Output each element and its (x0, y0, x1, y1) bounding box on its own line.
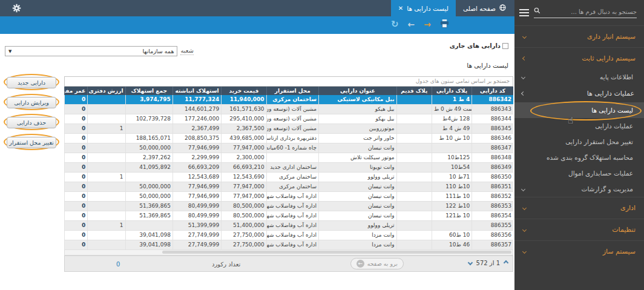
sidebar-item-0[interactable]: سیستم انبار داری (514, 25, 644, 47)
branch-select[interactable]: همه سازمانها ▼ (5, 46, 177, 56)
cell-code: 886344 (472, 114, 513, 124)
cell-book: 1 (88, 220, 125, 230)
column-header-old_plate[interactable]: پلاک قدیم (396, 87, 432, 95)
column-header-code[interactable]: کد دارایی (472, 87, 513, 95)
close-tab-icon[interactable]: ✕ (398, 5, 403, 12)
sidebar-item-11[interactable]: تنظیمات (514, 219, 644, 240)
prev-page-icon[interactable] (467, 260, 472, 265)
cell-plate (432, 220, 472, 230)
gear-icon[interactable] (0, 0, 33, 16)
sidebar-item-1[interactable]: سیستم دارایی ثابت (514, 47, 644, 69)
horizontal-scrollbar[interactable] (64, 250, 513, 255)
cell-title: بیل مکانیکی لاستیکی (319, 95, 397, 105)
forward-arrow-icon[interactable]: → (424, 20, 431, 28)
table-row[interactable]: 88634810ط125موتور سیکلت تلاش2,300,0002,2… (65, 153, 514, 162)
table-row[interactable]: 886345ط 4 ش 49موتورروبینمشین آلات (توسعه… (65, 124, 514, 133)
cell-accum: 27,749,999 (172, 240, 221, 249)
column-header-book[interactable]: ارزش دفتری (88, 87, 125, 95)
column-header-plate[interactable]: پلاک دارایی (432, 87, 472, 95)
table-row[interactable]: 886347وانت نیسانچاه شماره 1- 60میاند77,9… (65, 143, 514, 153)
cell-book (88, 201, 125, 211)
table-row[interactable]: 886354121ط 10وانت نیساناداره آب وفاضلاب … (65, 211, 514, 220)
action-button-1[interactable]: ویرایش دارایی (7, 97, 56, 108)
tab-home[interactable]: صفحه اصلی (456, 0, 513, 16)
sidebar-item-3[interactable]: عملیات دارایی ها (514, 85, 644, 102)
action-button-0[interactable]: دارایی جدید (7, 77, 56, 88)
table-row[interactable]: 8863421 ط 4بیل مکانیکی لاستیکیساختمان مر… (65, 95, 514, 105)
cell-location: ساختمان مرکزی (266, 172, 318, 182)
sidebar-item-10[interactable]: اداری (514, 197, 644, 219)
cell-total: 41,095,892 (125, 162, 172, 172)
table-row[interactable]: 886344ط4ش 128بیل بهکومشین آلات (توسعه ون… (65, 114, 514, 124)
cell-old_plate (396, 153, 432, 162)
tab-asset-list[interactable]: لیست دارایی ها ✕ (391, 0, 456, 16)
next-page-icon[interactable] (504, 260, 508, 265)
sidebar-item-12[interactable]: سیستم ساز (514, 240, 644, 262)
cell-total (125, 220, 172, 230)
sidebar-menu: سیستم انبار داریسیستم دارایی ثابتاطلاعات… (514, 25, 644, 262)
sidebar-item-7[interactable]: محاسبه استهلاک گروه بندی شده (514, 150, 644, 165)
column-header-price[interactable]: قیمت خرید (222, 87, 266, 95)
sidebar-search[interactable] (534, 7, 637, 18)
scrollbar-thumb[interactable] (162, 251, 511, 254)
cell-location (266, 153, 318, 162)
sidebar-item-8[interactable]: عملیات حسابداری اموال (514, 165, 644, 181)
cell-old_plate (396, 133, 432, 143)
table-row[interactable]: 886343ط 0 ش 49 تستبیل هیکومشین آلات (توس… (65, 104, 514, 114)
action-button-3[interactable]: تغییر محل استقرار (7, 137, 56, 148)
hamburger-menu-icon[interactable] (519, 7, 529, 18)
cell-accum: 77,946,999 (172, 143, 221, 153)
cell-old_plate (396, 191, 432, 201)
sidebar-item-6[interactable]: تغییر محل استقرار دارایی (514, 134, 644, 150)
refresh-icon[interactable]: ↻ (391, 20, 399, 29)
table-row[interactable]: 88634910ط54وانت تویوتاساختمان اداری جدید… (65, 162, 514, 172)
cell-life: 0 (65, 143, 88, 153)
cell-total: 39,041,098 (125, 240, 172, 249)
print-icon[interactable] (440, 19, 449, 29)
sidebar-item-label: تغییر محل استقرار دارایی (565, 138, 633, 145)
back-arrow-icon[interactable]: ← (408, 20, 415, 28)
table-row[interactable]: 88635010 ط71تریلی وولووساختمان مرکزی12,5… (65, 172, 514, 182)
table-row[interactable]: 886353122 ط10وانت نیساناداره آب وفاضلاب … (65, 201, 514, 211)
sidebar-item-2[interactable]: اطلاعات پایه (514, 69, 644, 85)
table-row[interactable]: 886352111ط 10وانت نیساناداره آب وفاضلاب … (65, 191, 514, 201)
table-search-input[interactable] (64, 76, 513, 87)
chevron-down-icon (521, 91, 525, 96)
chevron-left-icon (521, 186, 525, 191)
sidebar-item-9[interactable]: مدیریت و گزارشات (514, 181, 644, 197)
sidebar-search-input[interactable] (543, 8, 637, 15)
cell-total (125, 124, 172, 133)
table-row[interactable]: 88635660ط 10وانت مزدااداره آب وفاضلاب شه… (65, 230, 514, 240)
chevron-down-icon: ▼ (8, 49, 12, 54)
table-row[interactable]: 886351110 ط10وانت نیسانساختمان مرکزی77,9… (65, 182, 514, 191)
checkbox-icon[interactable] (502, 43, 508, 49)
cell-book (88, 211, 125, 220)
current-assets-filter[interactable]: دارایی های جاری (450, 42, 508, 49)
cell-location: ساختمان مرکزی (266, 95, 318, 105)
cell-old_plate (396, 162, 432, 172)
table-row[interactable]: 88635710ط 46وانت مزدااداره آب وفاضلاب شه… (65, 240, 514, 249)
sidebar-item-4[interactable]: لیست دارایی ها☝ (514, 102, 644, 118)
column-header-title[interactable]: عنوان دارایی (319, 87, 397, 95)
search-icon (534, 7, 540, 16)
cell-title: وانت نیسان (319, 201, 397, 211)
cell-title: وانت نیسان (319, 143, 397, 153)
table-row[interactable]: 886355تریلی وولوواداره آب وفاضلاب شهر51,… (65, 220, 514, 230)
column-header-location[interactable]: محل استقرار (266, 87, 318, 95)
sidebar-item-label: تنظیمات (612, 226, 636, 234)
action-button-2[interactable]: حذف دارایی (7, 117, 56, 128)
cell-book (88, 95, 125, 105)
cell-price: 2,367,500 (222, 124, 266, 133)
column-header-accum[interactable]: استهلاک انباشته (172, 87, 221, 95)
sidebar-item-5[interactable]: عملیات دارایی (514, 118, 644, 134)
cell-total: 102,739,728 (125, 114, 172, 124)
column-header-total[interactable]: جمع استهلاک (125, 87, 172, 95)
table-row[interactable]: 886346ط 10 ش 10خاور واتر جتدفتربهره بردا… (65, 133, 514, 143)
cell-code: 886348 (472, 153, 513, 162)
cell-old_plate (396, 143, 432, 153)
goto-page-button[interactable]: برو به صفحه ← (350, 258, 404, 269)
column-header-life[interactable]: عمر مفید (65, 87, 88, 95)
cell-plate: 122 ط10 (432, 201, 472, 211)
cell-code: 886355 (472, 220, 513, 230)
cell-location: اداره آب وفاضلاب شهر (266, 220, 318, 230)
